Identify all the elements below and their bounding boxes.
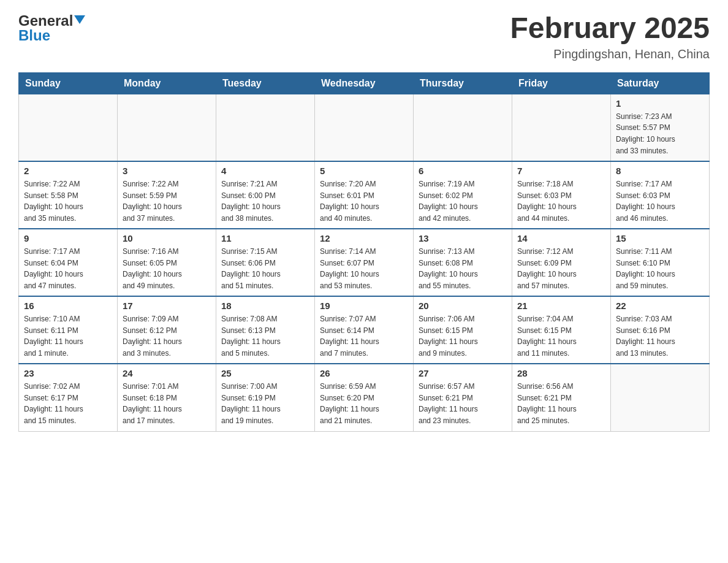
calendar-cell: 1Sunrise: 7:23 AMSunset: 5:57 PMDaylight… (611, 94, 710, 161)
calendar-cell: 5Sunrise: 7:20 AMSunset: 6:01 PMDaylight… (315, 161, 414, 229)
calendar-cell: 2Sunrise: 7:22 AMSunset: 5:58 PMDaylight… (19, 161, 118, 229)
calendar-cell: 16Sunrise: 7:10 AMSunset: 6:11 PMDayligh… (19, 296, 118, 364)
calendar-week-5: 23Sunrise: 7:02 AMSunset: 6:17 PMDayligh… (19, 364, 710, 431)
day-info: Sunrise: 7:15 AMSunset: 6:06 PMDaylight:… (221, 246, 309, 291)
calendar-week-3: 9Sunrise: 7:17 AMSunset: 6:04 PMDaylight… (19, 229, 710, 296)
calendar-cell: 13Sunrise: 7:13 AMSunset: 6:08 PMDayligh… (414, 229, 512, 296)
calendar-cell (611, 364, 710, 431)
calendar-cell (414, 94, 512, 161)
day-info: Sunrise: 7:10 AMSunset: 6:11 PMDaylight:… (24, 313, 112, 359)
month-title: February 2025 (510, 12, 710, 45)
calendar-header-tuesday: Tuesday (216, 72, 315, 94)
day-number: 21 (517, 301, 605, 311)
calendar-cell: 22Sunrise: 7:03 AMSunset: 6:16 PMDayligh… (611, 296, 710, 364)
day-info: Sunrise: 6:59 AMSunset: 6:20 PMDaylight:… (320, 381, 408, 426)
location: Pingdingshan, Henan, China (510, 47, 710, 61)
calendar-cell: 25Sunrise: 7:00 AMSunset: 6:19 PMDayligh… (216, 364, 315, 431)
calendar-cell: 12Sunrise: 7:14 AMSunset: 6:07 PMDayligh… (315, 229, 414, 296)
calendar-cell (512, 94, 611, 161)
calendar-cell: 26Sunrise: 6:59 AMSunset: 6:20 PMDayligh… (315, 364, 414, 431)
calendar-header-sunday: Sunday (19, 72, 118, 94)
calendar-cell: 18Sunrise: 7:08 AMSunset: 6:13 PMDayligh… (216, 296, 315, 364)
calendar-cell: 27Sunrise: 6:57 AMSunset: 6:21 PMDayligh… (414, 364, 512, 431)
day-number: 19 (320, 301, 408, 311)
calendar-cell: 20Sunrise: 7:06 AMSunset: 6:15 PMDayligh… (414, 296, 512, 364)
calendar-header-saturday: Saturday (611, 72, 710, 94)
calendar-cell (315, 94, 414, 161)
calendar-header-row: SundayMondayTuesdayWednesdayThursdayFrid… (19, 72, 710, 94)
calendar-header-monday: Monday (118, 72, 216, 94)
day-info: Sunrise: 7:16 AMSunset: 6:05 PMDaylight:… (123, 246, 211, 291)
day-number: 7 (517, 166, 605, 176)
day-number: 15 (616, 233, 704, 243)
day-info: Sunrise: 7:20 AMSunset: 6:01 PMDaylight:… (320, 178, 408, 224)
day-info: Sunrise: 7:00 AMSunset: 6:19 PMDaylight:… (221, 381, 309, 426)
day-number: 10 (123, 233, 211, 243)
day-info: Sunrise: 6:56 AMSunset: 6:21 PMDaylight:… (517, 381, 605, 426)
day-number: 27 (419, 368, 507, 378)
day-number: 1 (616, 98, 704, 109)
calendar-cell: 4Sunrise: 7:21 AMSunset: 6:00 PMDaylight… (216, 161, 315, 229)
calendar-cell: 14Sunrise: 7:12 AMSunset: 6:09 PMDayligh… (512, 229, 611, 296)
calendar-cell: 21Sunrise: 7:04 AMSunset: 6:15 PMDayligh… (512, 296, 611, 364)
calendar-cell: 3Sunrise: 7:22 AMSunset: 5:59 PMDaylight… (118, 161, 216, 229)
day-info: Sunrise: 7:11 AMSunset: 6:10 PMDaylight:… (616, 246, 704, 291)
calendar: SundayMondayTuesdayWednesdayThursdayFrid… (18, 72, 710, 432)
day-info: Sunrise: 7:18 AMSunset: 6:03 PMDaylight:… (517, 178, 605, 224)
calendar-cell: 7Sunrise: 7:18 AMSunset: 6:03 PMDaylight… (512, 161, 611, 229)
calendar-cell: 9Sunrise: 7:17 AMSunset: 6:04 PMDaylight… (19, 229, 118, 296)
title-block: February 2025 Pingdingshan, Henan, China (510, 12, 710, 61)
calendar-cell: 23Sunrise: 7:02 AMSunset: 6:17 PMDayligh… (19, 364, 118, 431)
day-info: Sunrise: 7:23 AMSunset: 5:57 PMDaylight:… (616, 111, 704, 156)
calendar-week-4: 16Sunrise: 7:10 AMSunset: 6:11 PMDayligh… (19, 296, 710, 364)
day-info: Sunrise: 7:22 AMSunset: 5:58 PMDaylight:… (24, 178, 112, 224)
day-info: Sunrise: 6:57 AMSunset: 6:21 PMDaylight:… (419, 381, 507, 426)
calendar-cell: 10Sunrise: 7:16 AMSunset: 6:05 PMDayligh… (118, 229, 216, 296)
day-info: Sunrise: 7:19 AMSunset: 6:02 PMDaylight:… (419, 178, 507, 224)
day-info: Sunrise: 7:01 AMSunset: 6:18 PMDaylight:… (123, 381, 211, 426)
day-info: Sunrise: 7:14 AMSunset: 6:07 PMDaylight:… (320, 246, 408, 291)
day-number: 26 (320, 368, 408, 378)
day-info: Sunrise: 7:21 AMSunset: 6:00 PMDaylight:… (221, 178, 309, 224)
day-info: Sunrise: 7:22 AMSunset: 5:59 PMDaylight:… (123, 178, 211, 224)
calendar-cell (118, 94, 216, 161)
logo: General Blue (18, 12, 85, 44)
day-number: 22 (616, 301, 704, 311)
day-info: Sunrise: 7:07 AMSunset: 6:14 PMDaylight:… (320, 313, 408, 359)
day-number: 13 (419, 233, 507, 243)
calendar-cell: 8Sunrise: 7:17 AMSunset: 6:03 PMDaylight… (611, 161, 710, 229)
day-info: Sunrise: 7:02 AMSunset: 6:17 PMDaylight:… (24, 381, 112, 426)
calendar-cell: 24Sunrise: 7:01 AMSunset: 6:18 PMDayligh… (118, 364, 216, 431)
calendar-cell: 6Sunrise: 7:19 AMSunset: 6:02 PMDaylight… (414, 161, 512, 229)
day-number: 6 (419, 166, 507, 176)
day-number: 9 (24, 233, 112, 243)
calendar-cell: 19Sunrise: 7:07 AMSunset: 6:14 PMDayligh… (315, 296, 414, 364)
day-info: Sunrise: 7:04 AMSunset: 6:15 PMDaylight:… (517, 313, 605, 359)
calendar-cell: 11Sunrise: 7:15 AMSunset: 6:06 PMDayligh… (216, 229, 315, 296)
day-number: 25 (221, 368, 309, 378)
calendar-week-1: 1Sunrise: 7:23 AMSunset: 5:57 PMDaylight… (19, 94, 710, 161)
day-info: Sunrise: 7:13 AMSunset: 6:08 PMDaylight:… (419, 246, 507, 291)
day-info: Sunrise: 7:17 AMSunset: 6:03 PMDaylight:… (616, 178, 704, 224)
day-number: 18 (221, 301, 309, 311)
calendar-header-thursday: Thursday (414, 72, 512, 94)
day-number: 5 (320, 166, 408, 176)
day-info: Sunrise: 7:03 AMSunset: 6:16 PMDaylight:… (616, 313, 704, 359)
day-number: 20 (419, 301, 507, 311)
day-number: 23 (24, 368, 112, 378)
calendar-cell (216, 94, 315, 161)
day-info: Sunrise: 7:08 AMSunset: 6:13 PMDaylight:… (221, 313, 309, 359)
calendar-week-2: 2Sunrise: 7:22 AMSunset: 5:58 PMDaylight… (19, 161, 710, 229)
day-number: 11 (221, 233, 309, 243)
logo-line2: Blue (18, 27, 50, 44)
day-info: Sunrise: 7:09 AMSunset: 6:12 PMDaylight:… (123, 313, 211, 359)
calendar-header-wednesday: Wednesday (315, 72, 414, 94)
calendar-cell (19, 94, 118, 161)
day-info: Sunrise: 7:12 AMSunset: 6:09 PMDaylight:… (517, 246, 605, 291)
day-number: 3 (123, 166, 211, 176)
day-number: 2 (24, 166, 112, 176)
day-number: 16 (24, 301, 112, 311)
day-number: 24 (123, 368, 211, 378)
day-number: 17 (123, 301, 211, 311)
logo-triangle-icon (74, 15, 85, 24)
